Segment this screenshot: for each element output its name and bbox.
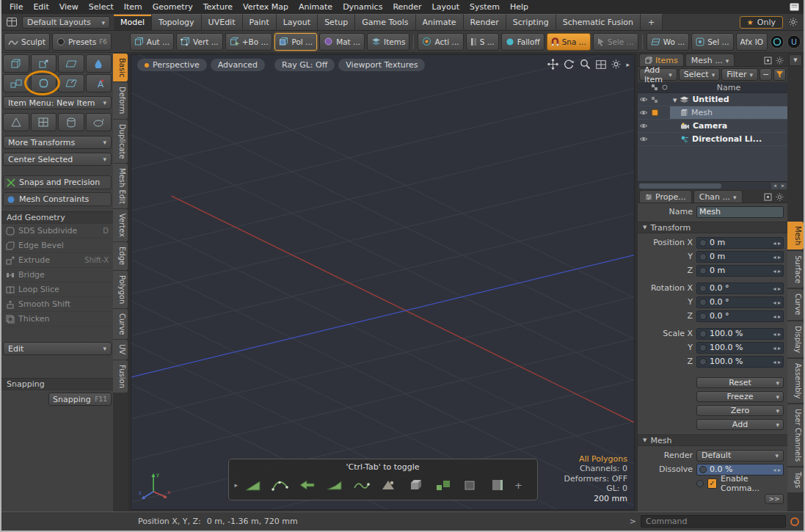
gear-icon[interactable] (776, 193, 784, 201)
more-transforms-dropdown[interactable]: More Transforms (3, 136, 112, 149)
toolbox-icon-6[interactable] (377, 475, 401, 495)
tab-vertex[interactable]: Vertex (113, 209, 128, 241)
layout-switcher-icon[interactable] (4, 14, 20, 30)
tab-properties[interactable]: Prope... (639, 190, 692, 203)
lock-column-header[interactable] (660, 84, 670, 90)
keyframe-dot[interactable] (699, 253, 707, 260)
layout-tab-schematic-fusion[interactable]: Schematic Fusion (556, 14, 641, 30)
keyframe-dot[interactable] (696, 480, 704, 487)
toolbar-button-items[interactable]: Items (367, 33, 409, 51)
viewport-layout-icon[interactable] (596, 60, 606, 69)
viewport-textures-button[interactable]: Viewport Textures (338, 59, 425, 71)
edit-dropdown[interactable]: Edit (3, 342, 112, 355)
tab-duplicate[interactable]: Duplicate (113, 120, 128, 164)
side-tab-curve[interactable]: Curve (787, 289, 804, 320)
mesh-constraints-button[interactable]: Mesh Constraints (3, 192, 112, 206)
tree-row-camera[interactable]: Camera (638, 120, 787, 133)
toolbar-button-boolean[interactable]: +Bo ... (225, 33, 273, 51)
visibility-eye-icon[interactable] (638, 136, 649, 142)
position-x-field[interactable]: 0 m (696, 237, 784, 249)
position-y-field[interactable]: 0 m (696, 251, 784, 263)
only-button[interactable]: ★ Only (740, 16, 783, 29)
freeze-button[interactable]: Freeze (696, 391, 784, 402)
panel-menu-button[interactable] (789, 54, 802, 66)
keyframe-dot[interactable] (699, 358, 707, 365)
menu-render[interactable]: Render (387, 2, 426, 12)
toolbox-icon-7[interactable] (404, 475, 428, 495)
tab-curve[interactable]: Curve (113, 309, 128, 340)
tool-button-5[interactable] (3, 74, 29, 92)
rotation-z-field[interactable]: 0.0 ° (696, 310, 784, 322)
layouts-dropdown[interactable]: Default Layouts ▾ (22, 16, 110, 29)
layout-tab-topology[interactable]: Topology (152, 14, 202, 30)
scroll-left-icon[interactable]: ◂ (771, 183, 779, 189)
tree-row-directional-light[interactable]: Directional Li... (638, 133, 787, 146)
toolbar-button-falloff[interactable]: Falloff (501, 33, 544, 51)
chevron-right-icon[interactable]: ▸ (235, 481, 238, 489)
zoom-icon[interactable] (580, 59, 591, 70)
tab-deform[interactable]: Deform (113, 82, 128, 118)
tool-button-11[interactable] (58, 113, 84, 131)
collapse-list-button[interactable]: − (760, 68, 772, 81)
scale-x-field[interactable]: 100.0 % (696, 328, 784, 340)
tab-fusion[interactable]: Fusion (113, 360, 128, 393)
menu-system[interactable]: System (465, 2, 505, 12)
render-dropdown[interactable]: Default (696, 450, 784, 462)
toolbox-icon-8[interactable] (431, 475, 455, 495)
stepper-arrows-icon[interactable] (773, 329, 781, 338)
side-tab-surface[interactable]: Surface (787, 251, 804, 288)
tool-button-3[interactable] (58, 54, 84, 73)
tab-channels[interactable]: Chan ... (693, 190, 743, 203)
layout-tab-uvedit[interactable]: UVEdit (202, 14, 243, 30)
menu-select[interactable]: Select (84, 2, 119, 12)
tool-button-10[interactable] (31, 113, 57, 131)
tool-button-7[interactable] (58, 74, 84, 92)
scroll-right-icon[interactable]: ▸ (779, 183, 787, 189)
tab-mesh-edit[interactable]: Mesh Edit (113, 164, 128, 208)
toolbar-button-vertex[interactable]: Vert ... (176, 33, 223, 51)
menu-view[interactable]: View (54, 2, 84, 12)
stepper-arrows-icon[interactable] (773, 343, 781, 352)
keyframe-dot[interactable] (699, 285, 707, 292)
toolbar-button-afx-io[interactable]: Afx IO (736, 33, 768, 51)
tree-row-untitled[interactable]: Untitled (638, 93, 787, 106)
layout-tab-layout[interactable]: Layout (277, 14, 318, 30)
keyframe-dot[interactable] (699, 299, 707, 306)
layout-tab-model[interactable]: Model (114, 14, 152, 30)
tool-button-2[interactable] (31, 54, 57, 73)
menu-file[interactable]: File (4, 2, 28, 12)
stepper-arrows-icon[interactable] (773, 283, 781, 293)
rotation-x-field[interactable]: 0.0 ° (696, 283, 784, 294)
visibility-eye-icon[interactable] (638, 123, 649, 129)
item-menu-dropdown[interactable]: Item Menu: New Item (3, 96, 112, 109)
zero-button[interactable]: Zero (696, 405, 784, 416)
tool-button-4[interactable] (86, 54, 112, 73)
toolbar-button-material[interactable]: Mat ... (319, 33, 365, 51)
raygl-button[interactable]: Ray GL: Off (274, 59, 335, 71)
layout-tab-paint[interactable]: Paint (243, 14, 277, 30)
keyframe-dot[interactable] (699, 267, 707, 274)
render-toggle-icon[interactable] (649, 97, 660, 103)
position-z-field[interactable]: 0 m (696, 265, 784, 277)
layout-tab-scripting[interactable]: Scripting (506, 14, 556, 30)
item-list-empty-area[interactable] (638, 146, 787, 181)
orbit-icon[interactable] (564, 59, 575, 70)
stepper-arrows-icon[interactable] (773, 311, 781, 321)
expander-icon[interactable] (673, 95, 677, 104)
command-input[interactable] (641, 515, 786, 528)
toolbox-icon-4[interactable] (323, 475, 346, 495)
layout-tab-game-tools[interactable]: Game Tools (355, 14, 415, 30)
tool-button-8[interactable]: A (86, 74, 112, 92)
menu-layout[interactable]: Layout (427, 2, 465, 12)
layout-tab-animate[interactable]: Animate (416, 14, 464, 30)
window-list-icon[interactable] (787, 3, 801, 11)
menu-vertex-map[interactable]: Vertex Map (238, 2, 294, 12)
enable-commands-checkbox[interactable]: ✓ (707, 478, 717, 489)
side-tab-tags[interactable]: Tags (787, 467, 804, 492)
tab-items[interactable]: Items (639, 54, 684, 66)
keyframe-dot[interactable] (699, 239, 707, 247)
filter-dropdown[interactable]: Filter (721, 68, 758, 81)
select-dropdown[interactable]: Select (679, 68, 720, 81)
toolbar-button-polygon[interactable]: Pol ... (274, 33, 317, 51)
expand-panel-icon[interactable] (764, 57, 772, 65)
